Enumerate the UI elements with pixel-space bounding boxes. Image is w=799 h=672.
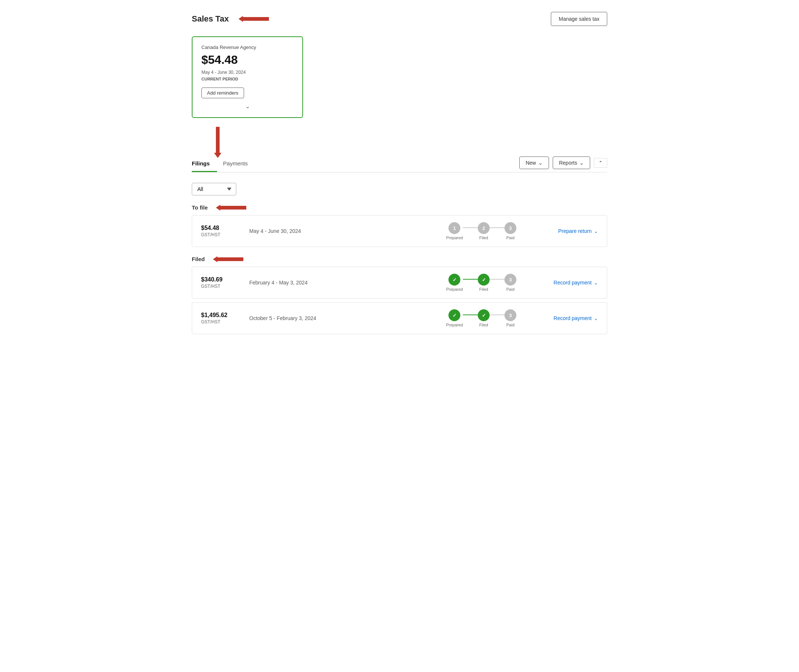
filing-steps-1: 1 Prepared 2 Filed 3 Paid — [446, 222, 516, 240]
new-button-chevron-icon: ⌄ — [538, 160, 543, 166]
agency-name: Canada Revenue Agency — [202, 45, 293, 50]
filing-steps-3: ✓ Prepared ✓ Filed 3 Paid — [446, 309, 516, 327]
section-filed: Filed — [192, 256, 607, 262]
page-header: Sales Tax Manage sales tax — [192, 12, 607, 26]
agency-amount: $54.48 — [202, 53, 293, 67]
step-circle-paid-2: 3 — [504, 274, 516, 286]
step-paid-3: 3 Paid — [504, 309, 516, 327]
filing-amount-col-1: $54.48 GST/HST — [201, 225, 249, 237]
manage-sales-tax-button[interactable]: Manage sales tax — [551, 12, 607, 26]
step-connector-3a — [463, 315, 478, 315]
step-circle-paid-3: 3 — [504, 309, 516, 321]
card-chevron-icon[interactable]: ⌄ — [202, 103, 293, 110]
step-label-filed-3: Filed — [479, 323, 488, 327]
section-to-file: To file — [192, 204, 607, 211]
filing-row-to-file-1: $54.48 GST/HST May 4 - June 30, 2024 1 P… — [192, 215, 607, 247]
filing-amount-2: $340.69 — [201, 276, 249, 283]
step-paid-2: 3 Paid — [504, 274, 516, 291]
step-label-filed-1: Filed — [479, 235, 488, 240]
to-file-arrowhead-icon — [216, 205, 220, 211]
tabs-header: Filings Payments New ⌄ Reports ⌄ ⌃ — [192, 157, 607, 173]
step-circle-prepared-2: ✓ — [448, 274, 460, 286]
filed-arrowhead-icon — [213, 256, 217, 262]
record-payment-chevron-2-icon[interactable]: ⌄ — [594, 315, 598, 321]
to-file-arrow-bar — [220, 206, 246, 210]
arrow-bar — [243, 17, 269, 21]
step-label-prepared-3: Prepared — [446, 323, 463, 327]
to-file-arrow-indicator — [216, 205, 246, 211]
new-button[interactable]: New ⌄ — [519, 157, 549, 169]
record-payment-chevron-1-icon[interactable]: ⌄ — [594, 280, 598, 286]
step-prepared-1: 1 Prepared — [446, 222, 463, 240]
record-payment-link-1[interactable]: Record payment — [554, 280, 592, 286]
page-title: Sales Tax — [192, 14, 229, 24]
step-label-filed-2: Filed — [479, 287, 488, 291]
page-title-area: Sales Tax — [192, 14, 269, 24]
filing-type-1: GST/HST — [201, 232, 249, 237]
step-circle-filed-1: 2 — [478, 222, 490, 234]
agency-period-dates: May 4 - June 30, 2024 — [202, 70, 245, 75]
record-payment-link-2[interactable]: Record payment — [554, 315, 592, 321]
title-arrow-indicator — [239, 16, 269, 22]
agency-period: May 4 - June 30, 2024 CURRENT PERIOD — [202, 69, 293, 82]
add-reminders-button[interactable]: Add reminders — [202, 88, 244, 98]
filing-steps-2: ✓ Prepared ✓ Filed 3 Paid — [446, 274, 516, 291]
step-connector-2b — [490, 279, 504, 280]
prepare-return-link[interactable]: Prepare return — [558, 228, 592, 234]
filing-type-3: GST/HST — [201, 319, 249, 325]
step-circle-prepared-1: 1 — [448, 222, 460, 234]
step-filed-3: ✓ Filed — [478, 309, 490, 327]
filed-arrow-indicator — [213, 256, 243, 262]
section-filed-label: Filed — [192, 256, 205, 262]
step-connector-3b — [490, 315, 504, 315]
step-label-paid-1: Paid — [506, 235, 514, 240]
step-prepared-2: ✓ Prepared — [446, 274, 463, 291]
filing-type-2: GST/HST — [201, 284, 249, 289]
step-label-prepared-2: Prepared — [446, 287, 463, 291]
filing-date-1: May 4 - June 30, 2024 — [249, 228, 446, 234]
status-filter-select[interactable]: All Filed Unfiled Paid — [192, 183, 236, 195]
content-area: All Filed Unfiled Paid To file $54.48 GS… — [192, 173, 607, 334]
step-circle-filed-3: ✓ — [478, 309, 490, 321]
filing-row-filed-1: $340.69 GST/HST February 4 - May 3, 2024… — [192, 267, 607, 299]
down-arrow-indicator — [212, 127, 223, 158]
step-filed-1: 2 Filed — [478, 222, 490, 240]
filing-action-2: Record payment ⌄ — [531, 280, 598, 286]
step-connector-2a — [463, 279, 478, 280]
agency-period-label: CURRENT PERIOD — [202, 77, 238, 81]
filing-date-3: October 5 - February 3, 2024 — [249, 315, 446, 321]
step-label-paid-3: Paid — [506, 323, 514, 327]
down-arrow-bar — [216, 127, 219, 153]
filed-arrow-bar — [217, 258, 243, 261]
step-circle-filed-2: ✓ — [478, 274, 490, 286]
step-circle-prepared-3: ✓ — [448, 309, 460, 321]
filing-amount-col-2: $340.69 GST/HST — [201, 276, 249, 289]
tabs-right: New ⌄ Reports ⌄ ⌃ — [519, 157, 607, 172]
reports-button-chevron-icon: ⌄ — [580, 160, 584, 166]
filing-amount-col-3: $1,495.62 GST/HST — [201, 312, 249, 325]
collapse-button[interactable]: ⌃ — [594, 158, 607, 168]
arrowhead-left-icon — [239, 16, 243, 22]
filing-row-filed-2: $1,495.62 GST/HST October 5 - February 3… — [192, 302, 607, 334]
step-filed-2: ✓ Filed — [478, 274, 490, 291]
step-connector-1b — [490, 227, 504, 228]
tab-payments[interactable]: Payments — [223, 157, 255, 172]
reports-button-label: Reports — [559, 160, 577, 166]
tabs-section: Filings Payments New ⌄ Reports ⌄ ⌃ — [192, 157, 607, 173]
filing-amount-3: $1,495.62 — [201, 312, 249, 318]
step-paid-1: 3 Paid — [504, 222, 516, 240]
step-circle-paid-1: 3 — [504, 222, 516, 234]
step-label-prepared-1: Prepared — [446, 235, 463, 240]
section-to-file-label: To file — [192, 204, 208, 211]
reports-button[interactable]: Reports ⌄ — [553, 157, 590, 169]
tabs-left: Filings Payments — [192, 157, 261, 172]
new-button-label: New — [526, 160, 536, 166]
prepare-return-chevron-icon[interactable]: ⌄ — [594, 229, 598, 234]
step-label-paid-2: Paid — [506, 287, 514, 291]
filing-action-1: Prepare return ⌄ — [531, 228, 598, 234]
tab-filings[interactable]: Filings — [192, 157, 217, 172]
step-prepared-3: ✓ Prepared — [446, 309, 463, 327]
agency-card: Canada Revenue Agency $54.48 May 4 - Jun… — [192, 36, 303, 118]
filing-amount-1: $54.48 — [201, 225, 249, 231]
step-connector-1a — [463, 227, 478, 228]
